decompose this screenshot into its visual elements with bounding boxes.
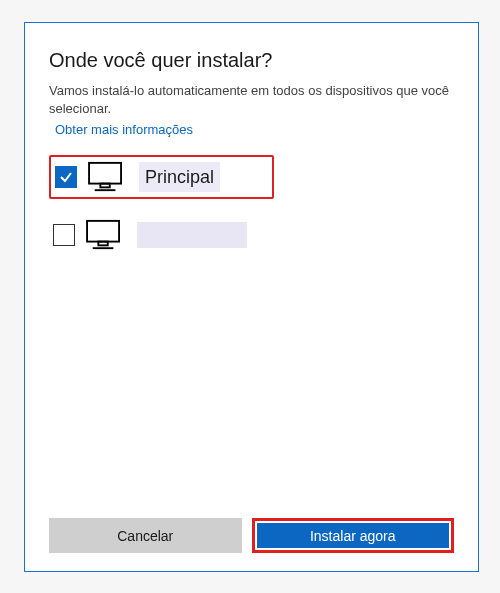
dialog-title: Onde você quer instalar?: [49, 49, 454, 72]
desktop-icon: [85, 219, 123, 251]
checkmark-icon: [59, 170, 73, 184]
more-info-link[interactable]: Obter mais informações: [55, 122, 454, 137]
frame: Onde você quer instalar? Vamos instalá-l…: [0, 0, 500, 593]
svg-rect-0: [89, 163, 121, 184]
desktop-icon: [87, 161, 125, 193]
install-dialog: Onde você quer instalar? Vamos instalá-l…: [24, 22, 479, 572]
device-checkbox-secondary[interactable]: [53, 224, 75, 246]
cancel-button[interactable]: Cancelar: [49, 518, 242, 553]
svg-rect-4: [98, 242, 107, 246]
button-row: Cancelar Instalar agora: [49, 518, 454, 553]
spacer: [49, 257, 454, 518]
svg-rect-1: [100, 184, 109, 188]
device-name-redacted: [137, 222, 247, 248]
device-checkbox-principal[interactable]: [55, 166, 77, 188]
device-name-label: Principal: [139, 162, 220, 192]
svg-rect-3: [87, 221, 119, 242]
device-row-principal[interactable]: Principal: [49, 155, 274, 199]
device-row-secondary[interactable]: [49, 213, 454, 257]
install-button[interactable]: Instalar agora: [257, 523, 450, 548]
install-button-highlight: Instalar agora: [252, 518, 455, 553]
dialog-description: Vamos instalá-lo automaticamente em todo…: [49, 82, 454, 118]
device-list: Principal: [49, 155, 454, 257]
